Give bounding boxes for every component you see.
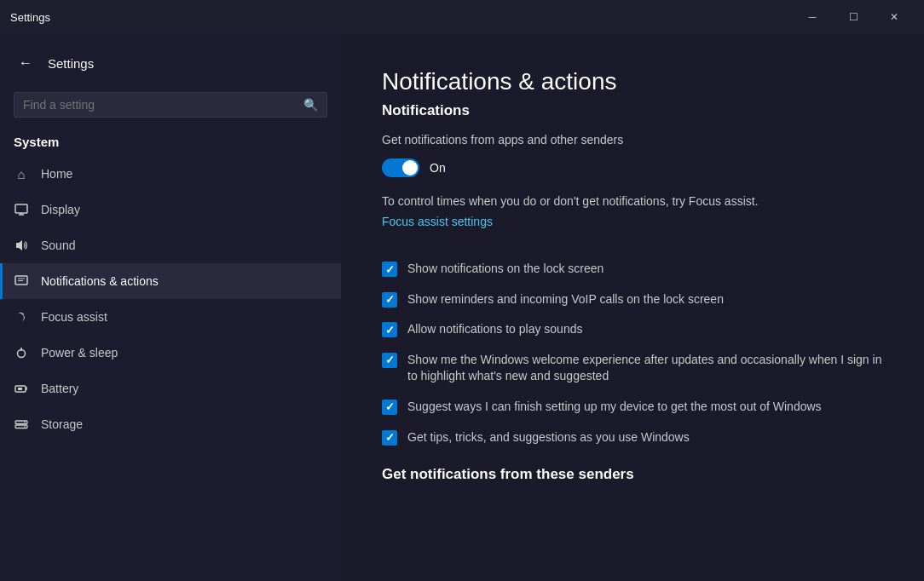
svg-point-15 (24, 422, 26, 423)
focus-icon (14, 309, 29, 325)
minimize-button[interactable]: ─ (793, 3, 832, 31)
checkbox-tips: ✓ Get tips, tricks, and suggestions as y… (382, 429, 883, 446)
checkbox-label-voip: Show reminders and incoming VoIP calls o… (407, 291, 724, 308)
svg-rect-14 (15, 425, 27, 429)
sound-icon (14, 238, 29, 253)
checkbox-input-welcome[interactable]: ✓ (382, 353, 397, 368)
checkbox-lock-screen: ✓ Show notifications on the lock screen (382, 261, 883, 278)
checkboxes-section: ✓ Show notifications on the lock screen … (382, 261, 883, 446)
checkbox-voip: ✓ Show reminders and incoming VoIP calls… (382, 291, 883, 308)
content-panel: Notifications & actions Notifications Ge… (341, 34, 924, 581)
nav-label-storage: Storage (41, 417, 83, 431)
notifications-icon (14, 273, 29, 289)
focus-assist-link[interactable]: Focus assist settings (382, 215, 493, 228)
storage-icon (14, 417, 29, 432)
nav-label-battery: Battery (41, 382, 78, 395)
back-button[interactable]: ← (14, 51, 38, 75)
search-input[interactable] (23, 98, 297, 112)
checkbox-input-tips[interactable]: ✓ (382, 430, 397, 446)
checkbox-sounds: ✓ Allow notifications to play sounds (382, 321, 883, 338)
checkbox-label-sounds: Allow notifications to play sounds (407, 321, 582, 338)
page-title: Notifications & actions (382, 68, 883, 95)
get-notifications-label: Get notifications from apps and other se… (382, 133, 883, 147)
svg-marker-3 (16, 240, 22, 250)
svg-rect-0 (15, 204, 27, 213)
sidebar-item-display[interactable]: Display (0, 192, 341, 227)
toggle-label: On (430, 161, 446, 175)
checkbox-label-tips: Get tips, tricks, and suggestions as you… (407, 429, 690, 446)
battery-icon (14, 381, 29, 396)
senders-title: Get notifications from these senders (382, 466, 883, 483)
title-bar: Settings ─ ☐ ✕ (0, 0, 924, 34)
checkbox-input-setup[interactable]: ✓ (382, 400, 397, 415)
checkbox-label-setup: Suggest ways I can finish setting up my … (407, 399, 822, 416)
sidebar-item-power[interactable]: Power & sleep (0, 335, 341, 371)
check-icon-tips: ✓ (385, 431, 395, 444)
sidebar: ← Settings 🔍 System ⌂ Home Display (0, 34, 341, 581)
sidebar-item-home[interactable]: ⌂ Home (0, 156, 341, 192)
svg-rect-10 (18, 388, 22, 390)
sidebar-item-focus[interactable]: Focus assist (0, 299, 341, 335)
search-icon[interactable]: 🔍 (303, 98, 318, 112)
svg-rect-13 (15, 421, 27, 424)
close-button[interactable]: ✕ (875, 3, 914, 31)
search-box: 🔍 (14, 92, 327, 118)
checkbox-input-voip[interactable]: ✓ (382, 292, 397, 308)
svg-point-16 (24, 426, 26, 428)
checkbox-input-lock-screen[interactable]: ✓ (382, 262, 397, 277)
checkbox-setup: ✓ Suggest ways I can finish setting up m… (382, 399, 883, 416)
main-layout: ← Settings 🔍 System ⌂ Home Display (0, 34, 924, 581)
check-icon-voip: ✓ (385, 293, 395, 306)
nav-label-power: Power & sleep (41, 346, 118, 360)
sidebar-item-sound[interactable]: Sound (0, 227, 341, 263)
toggle-knob (402, 160, 418, 175)
checkbox-label-welcome: Show me the Windows welcome experience a… (407, 352, 883, 385)
nav-label-sound: Sound (41, 239, 75, 252)
nav-label-focus: Focus assist (41, 310, 107, 324)
title-bar-left: Settings (10, 11, 50, 24)
sidebar-app-title: Settings (48, 56, 94, 71)
focus-assist-text: To control times when you do or don't ge… (382, 193, 883, 210)
check-icon: ✓ (385, 263, 395, 276)
nav-label-notifications: Notifications & actions (41, 274, 159, 288)
toggle-row: On (382, 158, 883, 177)
checkbox-label-lock-screen: Show notifications on the lock screen (407, 261, 603, 278)
nav-label-home: Home (41, 167, 72, 181)
check-icon-setup: ✓ (385, 400, 395, 413)
display-icon (14, 202, 29, 217)
home-icon: ⌂ (14, 166, 29, 181)
maximize-button[interactable]: ☐ (834, 3, 873, 31)
power-icon (14, 345, 29, 360)
app-title: Settings (10, 11, 50, 24)
notifications-toggle[interactable] (382, 158, 419, 177)
sidebar-item-battery[interactable]: Battery (0, 371, 341, 406)
checkbox-input-sounds[interactable]: ✓ (382, 322, 397, 337)
sidebar-item-notifications[interactable]: Notifications & actions (0, 263, 341, 299)
check-icon-sounds: ✓ (385, 324, 395, 337)
sidebar-header: ← Settings (0, 34, 341, 85)
system-label: System (0, 131, 341, 156)
sidebar-item-storage[interactable]: Storage (0, 406, 341, 442)
title-bar-controls: ─ ☐ ✕ (793, 3, 914, 31)
checkbox-welcome: ✓ Show me the Windows welcome experience… (382, 352, 883, 385)
section-title: Notifications (382, 102, 883, 119)
nav-label-display: Display (41, 203, 80, 216)
check-icon-welcome: ✓ (385, 354, 395, 366)
